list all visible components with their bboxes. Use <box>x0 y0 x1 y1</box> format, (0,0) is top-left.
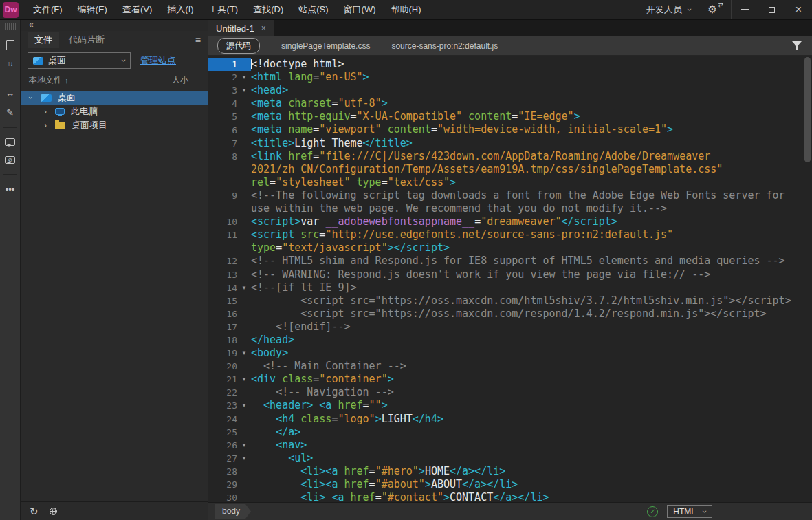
gutter-line[interactable]: 28 <box>208 465 251 478</box>
code-line[interactable]: <!doctype html> <box>251 58 812 71</box>
file-list-header[interactable]: 本地文件 ↑ 大小 <box>21 73 208 89</box>
code-editor[interactable]: <!doctype html><html lang="en-US"><head>… <box>251 56 812 502</box>
fold-arrow-icon[interactable]: ▼ <box>241 350 251 356</box>
gutter-line[interactable]: 10 <box>208 215 251 228</box>
code-line[interactable]: <title>Light Theme</title> <box>251 137 812 150</box>
gutter-line[interactable]: 5 <box>208 110 251 123</box>
toolbar-grip[interactable] <box>5 23 16 30</box>
code-line[interactable]: <h4 class="logo">LIGHT</h4> <box>251 413 812 426</box>
gutter-line[interactable]: 20 <box>208 360 251 373</box>
gutter-line[interactable]: 19▼ <box>208 347 251 360</box>
gutter-line[interactable]: 21▼ <box>208 373 251 386</box>
menu-view[interactable]: 查看(V) <box>115 3 160 16</box>
sync-with-server-icon[interactable] <box>50 508 57 515</box>
scrollbar[interactable] <box>804 57 811 501</box>
gutter-line[interactable]: 2▼ <box>208 71 251 84</box>
fold-arrow-icon[interactable]: ▼ <box>241 442 251 448</box>
chevron-right-icon[interactable]: › <box>42 121 49 129</box>
panel-menu-icon[interactable]: ≡ <box>195 34 208 45</box>
column-size[interactable]: 大小 <box>172 74 188 86</box>
apply-comment-icon[interactable]: ⋯ <box>5 138 15 146</box>
collapse-panels-icon[interactable]: « <box>29 20 34 30</box>
code-line[interactable]: <script src="https://oss.maxcdn.com/html… <box>251 294 812 307</box>
menu-help[interactable]: 帮助(H) <box>384 3 429 16</box>
code-line[interactable]: <!--The following script tag downloads a… <box>251 189 812 202</box>
code-line[interactable]: type="text/javascript"></script> <box>251 241 812 254</box>
code-line[interactable]: <!-- Navigation --> <box>251 386 812 399</box>
gutter-line[interactable]: 23▼ <box>208 399 251 412</box>
code-line[interactable]: rel="stylesheet" type="text/css"> <box>251 176 812 189</box>
tab-snippets[interactable]: 代码片断 <box>62 32 111 48</box>
code-line[interactable]: <meta http-equiv="X-UA-Compatible" conte… <box>251 110 812 123</box>
code-line[interactable]: </a> <box>251 426 812 439</box>
gutter-line[interactable]: 25 <box>208 426 251 439</box>
close-tab-icon[interactable]: × <box>261 23 266 33</box>
tag-selector-body[interactable]: body <box>215 504 251 519</box>
code-line[interactable]: <html lang="en-US"> <box>251 71 812 84</box>
fold-arrow-icon[interactable]: ▼ <box>241 402 251 409</box>
column-local-files[interactable]: 本地文件 <box>29 74 62 86</box>
document-tab[interactable]: Untitled-1 × <box>208 20 274 36</box>
code-line[interactable]: <script src="https://oss.maxcdn.com/resp… <box>251 307 812 321</box>
sort-icon[interactable]: ↑↓ <box>8 61 13 67</box>
chevron-down-icon[interactable]: › <box>27 94 35 101</box>
menu-site[interactable]: 站点(S) <box>291 3 336 16</box>
code-line[interactable]: <li><a href="#hero">HOME</a></li> <box>251 465 812 478</box>
code-line[interactable]: <!-- Main Container --> <box>251 360 812 373</box>
manage-sites-link[interactable]: 管理站点 <box>140 54 176 67</box>
fold-arrow-icon[interactable]: ▼ <box>241 455 251 462</box>
minimize-button[interactable] <box>732 0 758 19</box>
fold-arrow-icon[interactable]: ▼ <box>241 87 251 94</box>
gutter-line[interactable]: 14▼ <box>208 281 251 294</box>
code-line[interactable]: <div class="container"> <box>251 373 812 386</box>
code-line[interactable]: <script>var __adobewebfontsappname__="dr… <box>251 215 812 228</box>
code-line[interactable]: <!-- WARNING: Respond.js doesn't work if… <box>251 268 812 281</box>
word-wrap-icon[interactable]: ↔ <box>6 89 14 98</box>
code-line[interactable]: use within the web page. We recommend th… <box>251 202 812 215</box>
format-source-icon[interactable]: ✎ <box>6 108 14 117</box>
refresh-icon[interactable]: ↻ <box>30 506 39 517</box>
tree-item-桌面[interactable]: ›桌面 <box>21 91 208 105</box>
menu-find[interactable]: 查找(D) <box>245 3 291 16</box>
fold-arrow-icon[interactable]: ▼ <box>241 285 251 291</box>
tree-item-此电脑[interactable]: ›此电脑 <box>21 105 208 118</box>
gutter-line[interactable] <box>208 202 251 215</box>
more-options-icon[interactable]: ••• <box>6 185 15 194</box>
related-file-0[interactable]: singlePageTemplate.css <box>281 41 370 51</box>
gutter-line[interactable]: 1 <box>208 58 251 71</box>
code-line[interactable]: <meta charset="utf-8"> <box>251 97 812 110</box>
code-view[interactable]: 12▼3▼4567891011121314▼1516171819▼2021▼22… <box>208 56 812 502</box>
code-line[interactable]: <nav> <box>251 439 812 452</box>
code-line[interactable]: <head> <box>251 84 812 97</box>
gutter-line[interactable]: 8 <box>208 150 251 163</box>
code-line[interactable]: <link href="file:///C|/Users/423down.com… <box>251 150 812 163</box>
code-line[interactable]: <ul> <box>251 452 812 465</box>
scrollbar-thumb[interactable] <box>804 57 811 162</box>
menu-insert[interactable]: 插入(I) <box>160 3 201 16</box>
gutter-line[interactable] <box>208 163 251 176</box>
fold-arrow-icon[interactable]: ▼ <box>241 376 251 382</box>
tab-files[interactable]: 文件 <box>28 32 59 48</box>
code-line[interactable]: <li> <a href="#contact">CONTACT</a></li> <box>251 491 812 502</box>
gutter-line[interactable]: 26▼ <box>208 439 251 452</box>
site-select[interactable]: 桌面 › <box>28 52 131 69</box>
open-documents-icon[interactable] <box>6 40 14 50</box>
restore-button[interactable] <box>758 0 785 19</box>
close-button[interactable]: × <box>785 0 812 19</box>
related-file-1[interactable]: source-sans-pro:n2:default.js <box>391 41 498 51</box>
code-line[interactable]: </head> <box>251 334 812 347</box>
code-line[interactable]: <li><a href="#about">ABOUT</a></li> <box>251 478 812 491</box>
gutter-line[interactable]: 22 <box>208 386 251 399</box>
gutter[interactable]: 12▼3▼4567891011121314▼1516171819▼2021▼22… <box>208 56 251 502</box>
chevron-right-icon[interactable]: › <box>42 107 49 116</box>
fold-arrow-icon[interactable]: ▼ <box>241 74 251 80</box>
doctype-select[interactable]: HTML › <box>667 505 712 518</box>
gutter-line[interactable]: 13 <box>208 268 251 281</box>
code-line[interactable]: <!--[if lt IE 9]> <box>251 281 812 294</box>
gutter-line[interactable]: 11 <box>208 228 251 241</box>
gutter-line[interactable]: 7 <box>208 137 251 150</box>
gutter-line[interactable] <box>208 241 251 254</box>
code-line[interactable]: <body> <box>251 347 812 360</box>
gutter-line[interactable]: 12 <box>208 254 251 268</box>
gutter-line[interactable] <box>208 176 251 189</box>
